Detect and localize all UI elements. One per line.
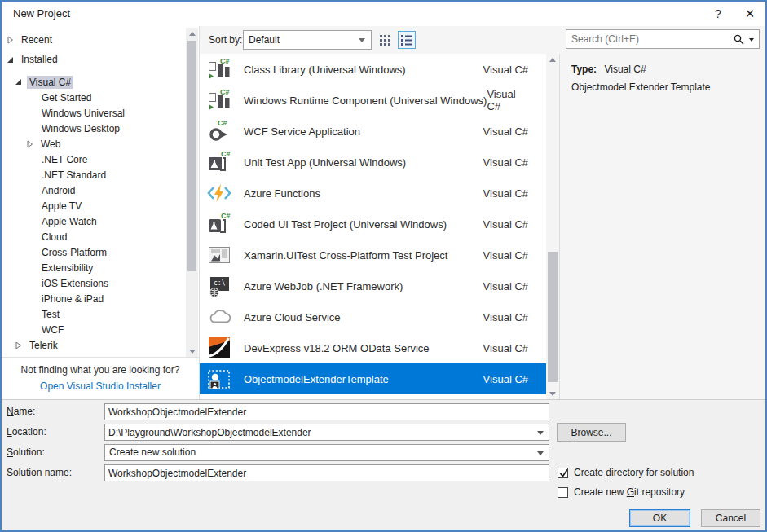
location-input[interactable] xyxy=(105,424,529,440)
create-directory-checkbox[interactable] xyxy=(558,468,568,478)
search-icon[interactable] xyxy=(734,34,744,45)
grid-icon xyxy=(380,35,390,46)
sidebar-item-apple-tv[interactable]: Apple TV xyxy=(2,198,199,213)
list-view-button[interactable] xyxy=(398,31,416,49)
sidebar-item-installed[interactable]: Installed xyxy=(2,50,199,69)
template-row[interactable]: C# Class Library (Universal Windows) Vis… xyxy=(200,54,546,85)
sidebar-item-cross-platform[interactable]: Cross-Platform xyxy=(2,244,199,260)
svg-text:C#: C# xyxy=(218,119,227,127)
template-row[interactable]: Xamarin.UITest Cross-Platform Test Proje… xyxy=(200,240,546,270)
scrollbar-thumb[interactable] xyxy=(548,252,558,382)
not-finding-text: Not finding what you are looking for? xyxy=(2,364,199,376)
name-field-wrap xyxy=(104,403,549,420)
sidebar-item-recent[interactable]: Recent xyxy=(2,30,199,50)
sidebar-item-apple-watch[interactable]: Apple Watch xyxy=(2,213,199,229)
solution-dropdown[interactable]: Create new solution xyxy=(104,444,549,461)
sidebar-item-net-core[interactable]: .NET Core xyxy=(2,152,199,167)
scroll-up-icon[interactable] xyxy=(186,28,198,39)
close-icon[interactable]: ✕ xyxy=(737,2,763,26)
solution-label: Solution: xyxy=(7,444,45,461)
expander-collapsed-icon[interactable] xyxy=(26,140,34,148)
sort-by-label: Sort by: xyxy=(209,26,242,54)
template-details-panel: Type: Visual C# Objectmodel Extender Tem… xyxy=(559,54,765,399)
sidebar-item-visual-csharp[interactable]: Visual C# xyxy=(2,74,199,90)
location-chevron-icon[interactable] xyxy=(537,431,544,435)
sidebar-item-telerik[interactable]: Telerik xyxy=(2,337,199,353)
sidebar-item-android[interactable]: Android xyxy=(2,182,199,198)
scroll-up-icon[interactable] xyxy=(546,54,559,65)
search-box xyxy=(566,29,760,49)
solution-name-input[interactable] xyxy=(105,465,549,481)
sidebar-item-windows-desktop[interactable]: Windows Desktop xyxy=(2,121,199,136)
small-icons-view-button[interactable] xyxy=(376,31,394,49)
cancel-button[interactable]: Cancel xyxy=(701,509,760,527)
sidebar-footer: Not finding what you are looking for? Op… xyxy=(2,357,199,399)
expander-expanded-icon[interactable] xyxy=(15,78,23,86)
sort-by-dropdown[interactable]: Default xyxy=(243,30,372,50)
scrollbar-thumb[interactable] xyxy=(187,41,196,271)
template-row[interactable]: c:\ Azure WebJob (.NET Framework) Visual… xyxy=(200,270,546,301)
name-input[interactable] xyxy=(105,404,549,420)
checkmark-icon xyxy=(558,468,570,479)
create-git-row: Create new Git repository xyxy=(558,486,685,498)
type-label: Type: xyxy=(571,64,597,75)
scroll-down-icon[interactable] xyxy=(186,345,198,357)
template-row[interactable]: C# Unit Test App (Universal Windows) Vis… xyxy=(200,147,546,178)
solution-name-field-wrap xyxy=(104,464,549,481)
template-row[interactable]: C# Windows Runtime Component (Universal … xyxy=(200,85,546,116)
svg-text:c:\: c:\ xyxy=(214,279,226,287)
svg-text:C#: C# xyxy=(221,150,231,158)
create-git-label: Create new Git repository xyxy=(574,486,685,498)
template-row[interactable]: C# Coded UI Test Project (Universal Wind… xyxy=(200,209,546,240)
create-directory-label: Create directory for solution xyxy=(574,467,694,478)
svg-text:C#: C# xyxy=(221,212,231,220)
search-input[interactable] xyxy=(571,31,726,47)
sidebar-scrollbar[interactable] xyxy=(186,28,198,357)
list-toolbar: Sort by: Default xyxy=(199,26,765,54)
ok-button[interactable]: OK xyxy=(629,509,690,527)
location-field-wrap xyxy=(104,424,549,441)
solution-chevron-icon[interactable] xyxy=(537,451,544,455)
template-row[interactable]: DevExpress v18.2 ORM OData Service Visua… xyxy=(200,332,546,363)
xamarin-uitest-icon xyxy=(206,242,232,268)
wcf-service-icon: C# xyxy=(206,118,232,144)
svg-text:C#: C# xyxy=(220,57,230,65)
sidebar-item-extensibility[interactable]: Extensibility xyxy=(2,260,199,275)
titlebar: New Project ? ✕ xyxy=(2,2,765,26)
help-icon[interactable]: ? xyxy=(707,2,729,26)
sidebar-item-web[interactable]: Web xyxy=(2,136,199,152)
azure-functions-icon xyxy=(206,180,232,206)
chevron-down-icon xyxy=(359,38,365,42)
class-library-icon: C# xyxy=(206,56,232,82)
template-category-tree: Recent Installed Visual C# Get Started W… xyxy=(2,26,199,357)
sidebar-item-cloud[interactable]: Cloud xyxy=(2,229,199,244)
template-row[interactable]: Azure Functions Visual C# xyxy=(200,178,546,209)
sidebar-item-get-started[interactable]: Get Started xyxy=(2,90,199,105)
sidebar-item-wcf[interactable]: WCF xyxy=(2,322,199,337)
expander-collapsed-icon[interactable] xyxy=(15,341,23,350)
template-row[interactable]: Azure Cloud Service Visual C# xyxy=(200,301,546,332)
create-git-checkbox[interactable] xyxy=(558,487,568,498)
list-scrollbar[interactable] xyxy=(546,54,559,399)
template-row-selected[interactable]: ObjectmodelExtenderTemplate Visual C# xyxy=(200,363,546,394)
template-list: C# Class Library (Universal Windows) Vis… xyxy=(199,54,546,399)
sidebar-item-windows-universal[interactable]: Windows Universal xyxy=(2,105,199,121)
new-project-dialog: New Project ? ✕ Recent Installed Visual … xyxy=(0,0,767,532)
devexpress-icon xyxy=(206,335,232,361)
template-row[interactable]: C# WCF Service Application Visual C# xyxy=(200,116,546,147)
sidebar-item-test[interactable]: Test xyxy=(2,306,199,322)
template-description: Objectmodel Extender Template xyxy=(571,81,711,93)
list-icon xyxy=(401,35,412,46)
open-vs-installer-link[interactable]: Open Visual Studio Installer xyxy=(40,380,161,392)
sidebar-item-iphone-ipad[interactable]: iPhone & iPad xyxy=(2,291,199,306)
project-settings-form: Name: Location: Browse... Solution: Crea… xyxy=(2,399,765,530)
expander-collapsed-icon[interactable] xyxy=(7,36,15,44)
sidebar-item-ios-extensions[interactable]: iOS Extensions xyxy=(2,275,199,291)
search-options-chevron-icon[interactable] xyxy=(749,38,754,42)
expander-expanded-icon[interactable] xyxy=(7,56,15,64)
scroll-down-icon[interactable] xyxy=(546,388,559,399)
azure-webjob-icon: c:\ xyxy=(206,273,232,299)
browse-button[interactable]: Browse... xyxy=(557,423,626,442)
winrt-component-icon: C# xyxy=(206,87,232,113)
sidebar-item-net-standard[interactable]: .NET Standard xyxy=(2,167,199,182)
